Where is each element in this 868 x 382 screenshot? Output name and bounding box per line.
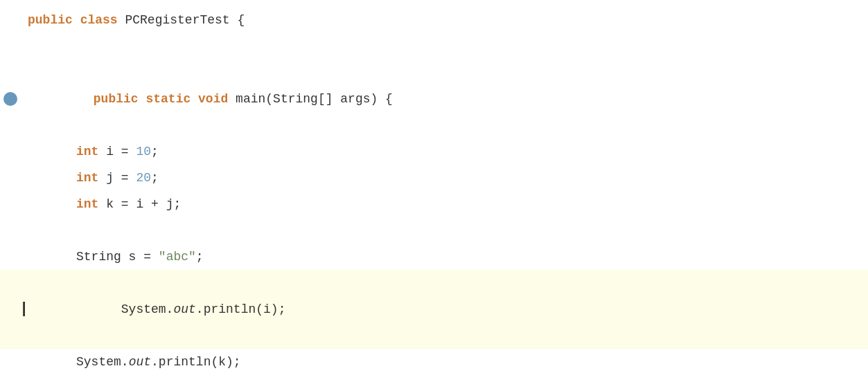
method-signature: main(String[] args) { [236, 92, 393, 106]
semicolon: ; [196, 244, 204, 270]
string-literal-abc: "abc" [159, 244, 196, 270]
code-line-8: String s = "abc"; [0, 244, 868, 270]
keyword-int: int [76, 191, 106, 217]
code-line-1: public class PCRegisterTest { [0, 7, 868, 33]
keyword-public: public [28, 7, 80, 33]
out-italic: out [129, 349, 151, 375]
println-i: .println(i); [196, 302, 286, 316]
system-out-println-i: System. [121, 302, 174, 316]
semicolon: ; [151, 165, 159, 191]
out-italic: out [173, 302, 195, 316]
number-20: 20 [136, 165, 151, 191]
code-line-11 [0, 375, 868, 382]
system-out-println-k: System. [76, 349, 129, 375]
code-line-5: int j = 20; [0, 165, 868, 191]
keyword-int: int [76, 165, 106, 191]
gutter-icon [3, 92, 17, 106]
keyword-public: public [94, 92, 146, 106]
code-line-10: System.out.println(k); [0, 349, 868, 375]
keyword-class: class [80, 7, 125, 33]
code-line-9-highlighted: | System.out.println(i); [0, 270, 868, 349]
string-type: String s = [76, 244, 159, 270]
class-identifier: PCRegisterTest { [125, 7, 245, 33]
var-k-assign: k = i + j; [106, 191, 181, 217]
keyword-static: static [145, 92, 198, 106]
code-line-3: public static void main(String[] args) { [0, 60, 868, 138]
line-marker: | [19, 296, 28, 322]
code-line-7 [0, 217, 868, 244]
code-line-6: int k = i + j; [0, 191, 868, 217]
code-line-2 [0, 33, 868, 60]
number-10: 10 [136, 138, 151, 165]
var-i-assign: i = [106, 138, 136, 165]
var-j-assign: j = [106, 165, 136, 191]
code-editor: public class PCRegisterTest { public sta… [0, 0, 868, 382]
keyword-int: int [76, 138, 106, 165]
keyword-void: void [198, 92, 236, 106]
println-k: .println(k); [151, 349, 241, 375]
code-line-4: int i = 10; [0, 138, 868, 165]
semicolon: ; [151, 138, 159, 165]
